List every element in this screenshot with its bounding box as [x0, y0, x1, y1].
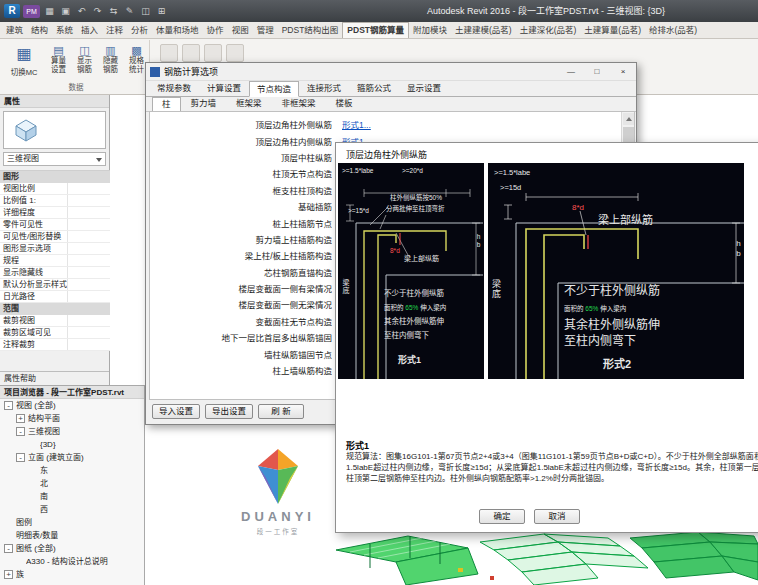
ok-button[interactable]: 确定 — [479, 509, 525, 524]
ribbon-tool-icon[interactable] — [160, 44, 178, 62]
ribbon-tab-insert[interactable]: 插入 — [77, 23, 102, 38]
ribbon-tab-addins[interactable]: 附加模块 — [409, 23, 451, 38]
tab-general-params[interactable]: 常规参数 — [149, 80, 199, 96]
property-row[interactable]: 默认分析显示样式 — [0, 279, 110, 291]
duanyi-gem-icon — [246, 448, 310, 506]
open-icon[interactable]: ▣ — [59, 6, 72, 16]
pm-badge-icon[interactable]: PM — [23, 5, 40, 18]
option-value-link[interactable]: 形式1... — [342, 118, 371, 130]
ribbon-tool-icon[interactable] — [182, 44, 200, 62]
grid-icon[interactable]: ⊞ — [155, 6, 168, 16]
collapse-icon[interactable]: - — [4, 544, 13, 553]
tree-item-east[interactable]: 东 — [0, 464, 144, 477]
undo-icon[interactable]: ↶ — [75, 6, 88, 16]
redo-icon[interactable]: ↷ — [91, 6, 104, 16]
collapse-icon[interactable]: - — [4, 401, 13, 410]
property-row[interactable]: 可见性/图形替换 — [0, 231, 110, 243]
property-row[interactable]: 图形显示选项 — [0, 243, 110, 255]
minimize-button[interactable]: — — [558, 63, 584, 80]
ribbon-tool-icon[interactable] — [204, 44, 222, 62]
rule-text: 面积的 65% 伸入梁内 — [384, 301, 446, 315]
quantity-settings-button[interactable]: ▤ 算量 设置 — [46, 43, 71, 74]
subtab-slab[interactable]: 楼板 — [326, 96, 363, 111]
ribbon-tab-pm-quantity[interactable]: 土建算量(品茗) — [580, 23, 645, 38]
export-settings-button[interactable]: 导出设置 — [205, 404, 253, 419]
property-label: 详细程度 — [0, 207, 68, 218]
switch-window-icon[interactable]: ⇆ — [107, 6, 120, 16]
tree-item-structural-plans[interactable]: +结构平面 — [0, 412, 144, 425]
tab-node-construction[interactable]: 节点构造 — [249, 81, 299, 97]
close-button[interactable]: × — [610, 63, 636, 80]
property-row[interactable]: 显示隐藏线 — [0, 267, 110, 279]
save-icon[interactable]: ▦ — [43, 6, 56, 16]
3d-model-viewport[interactable] — [330, 528, 758, 585]
edit-icon[interactable]: ✎ — [123, 6, 136, 16]
section-icon[interactable]: ◫ — [139, 6, 152, 16]
ribbon-tab-pm-plumbing[interactable]: 给排水(品茗) — [645, 23, 701, 38]
tree-item-legends[interactable]: 图例 — [0, 516, 144, 529]
subtab-nonframe-beam[interactable]: 非框架梁 — [272, 96, 326, 111]
tab-display-settings[interactable]: 显示设置 — [399, 80, 449, 96]
ribbon-tab-analyze[interactable]: 分析 — [127, 23, 152, 38]
ribbon-tab-collaborate[interactable]: 协作 — [203, 23, 228, 38]
subtab-column[interactable]: 柱 — [152, 97, 181, 112]
form1-preview[interactable]: >=1.5*labe >=20*d >=15*d 柱外侧纵筋按50% 分两批伸至… — [338, 163, 484, 379]
import-settings-button[interactable]: 导入设置 — [152, 404, 200, 419]
view-selector-dropdown[interactable]: 三维视图 — [3, 152, 106, 166]
refresh-button[interactable]: 刷 新 — [258, 404, 304, 419]
collapse-icon[interactable]: - — [16, 453, 25, 462]
collapse-icon[interactable]: - — [16, 427, 25, 436]
ribbon-tab-pdst-drawing[interactable]: PDST结构出图 — [278, 23, 343, 38]
ribbon-tab-massing[interactable]: 体量和场地 — [152, 23, 203, 38]
tree-item-west[interactable]: 西 — [0, 503, 144, 516]
subtab-frame-beam[interactable]: 框架梁 — [226, 96, 272, 111]
ribbon-tab-annotate[interactable]: 注释 — [102, 23, 127, 38]
ribbon-tab-structure[interactable]: 结构 — [27, 23, 52, 38]
ribbon-tab-pm-detail[interactable]: 土建深化(品茗) — [516, 23, 581, 38]
type-selector-preview[interactable] — [3, 111, 106, 149]
tree-item-north[interactable]: 北 — [0, 477, 144, 490]
ribbon-tab-manage[interactable]: 管理 — [253, 23, 278, 38]
tree-item-sheet-a330[interactable]: A330 - 结构设计总说明 — [0, 555, 144, 568]
maximize-button[interactable]: □ — [584, 63, 610, 80]
tree-item-schedules[interactable]: 明细表/数量 — [0, 529, 144, 542]
property-row[interactable]: 注释裁剪 — [0, 339, 110, 351]
ribbon-tab-architecture[interactable]: 建筑 — [2, 23, 27, 38]
tree-item-views[interactable]: -视图 (全部) — [0, 399, 144, 412]
expand-icon[interactable]: + — [16, 414, 25, 423]
tree-item-3d-views[interactable]: -三维视图 — [0, 425, 144, 438]
ribbon-tab-pm-model[interactable]: 土建建模(品茗) — [451, 23, 516, 38]
property-row[interactable]: 规程 — [0, 255, 110, 267]
scroll-up-icon[interactable] — [623, 113, 634, 125]
tree-item-sheets[interactable]: -图纸 (全部) — [0, 542, 144, 555]
ribbon-tab-view[interactable]: 视图 — [228, 23, 253, 38]
property-row[interactable]: 裁剪视图 — [0, 315, 110, 327]
expand-icon[interactable]: + — [4, 570, 13, 579]
tree-item-families[interactable]: +族 — [0, 568, 144, 581]
revit-app-icon[interactable]: R — [4, 4, 20, 18]
property-row[interactable]: 比例值 1: — [0, 195, 110, 207]
switch-mc-button[interactable]: ▦ 切换MC — [6, 42, 42, 86]
ribbon-tool-icon[interactable] — [226, 44, 244, 62]
tab-calc-settings[interactable]: 计算设置 — [199, 80, 249, 96]
property-row[interactable]: 日光路径 — [0, 291, 110, 303]
property-row[interactable]: 视图比例 — [0, 183, 110, 195]
form2-preview[interactable]: >=1.5*labe >=15d 8*d 梁上部纵筋 hb 梁底 不少于柱外侧纵… — [488, 163, 744, 379]
ribbon-tab-pdst-rebar[interactable]: PDST钢筋算量 — [342, 22, 409, 39]
option-label: 桩上柱插筋节点 — [150, 217, 332, 229]
properties-help-link[interactable]: 属性帮助 — [0, 371, 109, 385]
hide-rebar-button[interactable]: ▥ 隐藏 钢筋 — [98, 43, 123, 74]
property-row[interactable]: 零件可见性 — [0, 219, 110, 231]
subtab-shear-wall[interactable]: 剪力墙 — [181, 96, 227, 111]
show-rebar-button[interactable]: ◫ 显示 钢筋 — [72, 43, 97, 74]
dialog-title-bar[interactable]: 钢筋计算选项 — □ × — [146, 63, 636, 81]
tab-stirrup-formula[interactable]: 箍筋公式 — [349, 80, 399, 96]
property-row[interactable]: 详细程度 — [0, 207, 110, 219]
ribbon-tab-systems[interactable]: 系统 — [52, 23, 77, 38]
tree-item-elevations[interactable]: -立面 (建筑立面) — [0, 451, 144, 464]
tab-connection-type[interactable]: 连接形式 — [299, 80, 349, 96]
cancel-button[interactable]: 取消 — [534, 509, 580, 524]
tree-item-south[interactable]: 南 — [0, 490, 144, 503]
tree-item-3d[interactable]: {3D} — [0, 438, 144, 451]
property-row[interactable]: 裁剪区域可见 — [0, 327, 110, 339]
